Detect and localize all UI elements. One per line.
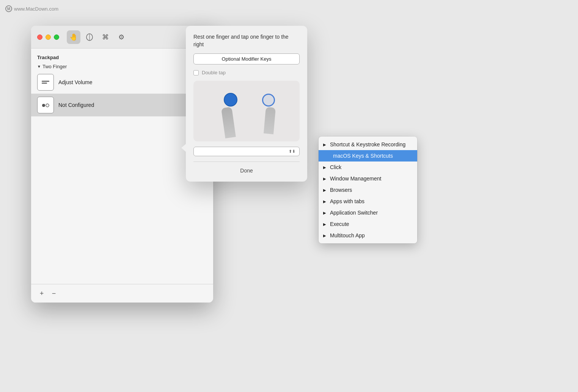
right-finger [262, 94, 275, 134]
done-bar: Done [193, 162, 300, 174]
menu-item-app-switcher[interactable]: ▶ Application Switcher [319, 207, 417, 218]
toolbar-icons: 🤚 ⌘ ⚙ [67, 30, 128, 44]
menu-item-click[interactable]: ▶ Click [319, 162, 417, 173]
menu-item-browsers[interactable]: ▶ Browsers [319, 184, 417, 196]
menu-label-browsers: Browsers [330, 187, 352, 193]
sidebar-footer: + − [31, 284, 213, 303]
panel-connector [181, 143, 187, 152]
sidebar-header-title: Trackpad [37, 55, 59, 60]
adjust-volume-icon [37, 74, 54, 91]
modifier-keys-button[interactable]: Optional Modifier Keys [193, 53, 300, 64]
menu-item-apps-tabs[interactable]: ▶ Apps with tabs [319, 196, 417, 207]
menu-label-click: Click [330, 164, 341, 170]
close-button[interactable] [37, 34, 42, 40]
menu-arrow-window-icon: ▶ [323, 177, 326, 181]
watermark: M www.MacDown.com [5, 5, 58, 12]
chevron-down-icon: ▼ [37, 64, 41, 69]
menu-arrow-tabs-icon: ▶ [323, 199, 326, 204]
pencil-toolbar-button[interactable] [83, 30, 96, 44]
finger-container [212, 85, 281, 138]
context-menu: ▶ Shortcut & Keystroke Recording macOS K… [319, 136, 417, 243]
add-button[interactable]: + [37, 289, 46, 298]
sidebar-group-name: Two Finger [42, 64, 67, 69]
keyboard-toolbar-button[interactable]: ⌘ [99, 30, 112, 44]
traffic-lights [37, 34, 59, 40]
gesture-toolbar-button[interactable]: 🤚 [67, 30, 80, 44]
adjust-volume-label: Adjust Volume [58, 79, 93, 85]
right-finger-body [264, 107, 276, 134]
menu-item-window-management[interactable]: ▶ Window Management [319, 173, 417, 184]
menu-label-execute: Execute [330, 221, 349, 227]
menu-item-execute[interactable]: ▶ Execute [319, 218, 417, 230]
svg-point-5 [46, 104, 49, 107]
double-tap-checkbox[interactable] [193, 70, 199, 75]
menu-label-window-management: Window Management [330, 176, 381, 182]
watermark-url: www.MacDown.com [14, 6, 58, 12]
watermark-icon: M [5, 5, 12, 12]
dropdown-arrows-icon: ⬆⬇ [289, 149, 295, 154]
menu-label-apps-tabs: Apps with tabs [330, 198, 364, 204]
settings-toolbar-button[interactable]: ⚙ [115, 30, 128, 44]
menu-label-macos-keys: macOS Keys & Shortcuts [333, 153, 393, 159]
action-dropdown[interactable]: ⬆⬇ [193, 147, 300, 156]
double-tap-label: Double tap [202, 70, 226, 75]
menu-arrow-icon: ▶ [323, 143, 326, 147]
gesture-illustration [193, 81, 300, 141]
menu-item-multitouch[interactable]: ▶ Multitouch App [319, 230, 417, 241]
menu-item-macos-keys[interactable]: macOS Keys & Shortcuts [319, 150, 417, 162]
menu-arrow-click-icon: ▶ [323, 165, 326, 169]
right-finger-tip [262, 94, 275, 107]
detail-panel: Rest one finger and tap one finger to th… [186, 26, 307, 182]
menu-label-shortcut-keystroke: Shortcut & Keystroke Recording [330, 141, 405, 147]
menu-label-multitouch: Multitouch App [330, 232, 365, 238]
menu-arrow-browsers-icon: ▶ [323, 188, 326, 192]
left-finger-tip [224, 93, 237, 107]
not-configured-icon [37, 97, 54, 113]
minimize-button[interactable] [46, 34, 51, 40]
menu-item-shortcut-keystroke[interactable]: ▶ Shortcut & Keystroke Recording [319, 139, 417, 150]
menu-arrow-multitouch-icon: ▶ [323, 234, 326, 238]
maximize-button[interactable] [54, 34, 59, 40]
detail-title: Rest one finger and tap one finger to th… [193, 33, 300, 48]
menu-arrow-execute-icon: ▶ [323, 222, 326, 226]
left-finger-body [221, 107, 236, 138]
menu-label-app-switcher: Application Switcher [330, 210, 378, 216]
double-tap-row: Double tap [193, 70, 300, 75]
remove-button[interactable]: − [49, 289, 58, 298]
svg-rect-3 [42, 83, 47, 84]
svg-rect-2 [42, 81, 49, 82]
done-button[interactable]: Done [240, 168, 253, 174]
not-configured-label: Not Configured [58, 102, 94, 108]
left-finger [224, 93, 237, 138]
menu-arrow-switcher-icon: ▶ [323, 211, 326, 215]
svg-point-4 [42, 104, 45, 107]
